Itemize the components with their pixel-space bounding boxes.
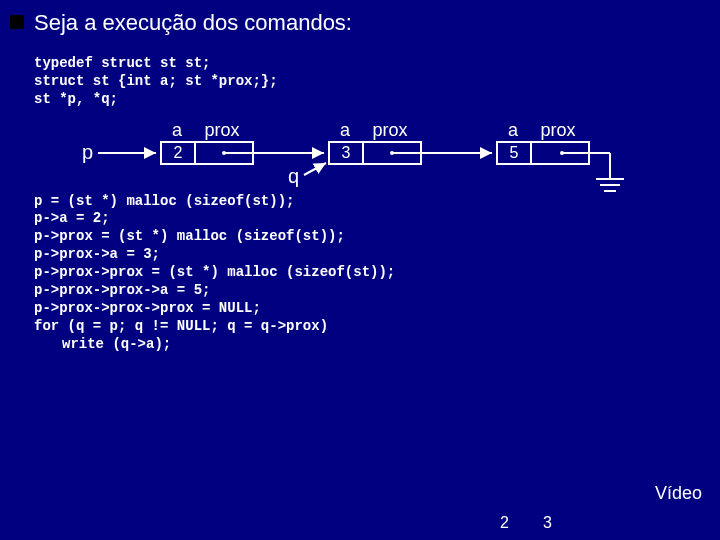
node-3: a prox 5 <box>496 120 590 165</box>
code-line: p = (st *) malloc (sizeof(st)); <box>34 193 720 211</box>
title-row: Seja a execução dos comandos: <box>0 0 720 36</box>
code-line: st *p, *q; <box>34 90 720 108</box>
node-1-prox <box>196 143 252 163</box>
code-line: p->a = 2; <box>34 210 720 228</box>
code-line: p->prox->prox->prox = NULL; <box>34 300 720 318</box>
code-line: p->prox->a = 3; <box>34 246 720 264</box>
pointer-p-label: p <box>82 141 93 164</box>
code-block-exec: p = (st *) malloc (sizeof(st)); p->a = 2… <box>0 193 720 354</box>
pointer-q-label: q <box>288 165 299 188</box>
col-a-label: a <box>160 120 194 141</box>
node-1-value: 2 <box>162 143 196 163</box>
output-values: 2 3 <box>500 514 552 532</box>
col-prox-label: prox <box>530 120 586 141</box>
node-1: a prox 2 <box>160 120 254 165</box>
col-prox-label: prox <box>362 120 418 141</box>
code-line: p->prox->prox = (st *) malloc (sizeof(st… <box>34 264 720 282</box>
output-1: 2 <box>500 514 509 532</box>
node-2-value: 3 <box>330 143 364 163</box>
linked-list-diagram: p q a prox 2 a prox 3 a prox 5 <box>0 115 720 195</box>
code-line: write (q->a); <box>34 336 720 354</box>
bullet-icon <box>10 15 24 29</box>
node-3-prox <box>532 143 588 163</box>
code-line: for (q = p; q != NULL; q = q->prox) <box>34 318 720 336</box>
col-a-label: a <box>496 120 530 141</box>
output-2: 3 <box>543 514 552 532</box>
code-line: p->prox = (st *) malloc (sizeof(st)); <box>34 228 720 246</box>
svg-line-11 <box>304 163 326 175</box>
code-line: typedef struct st st; <box>34 54 720 72</box>
node-2-prox <box>364 143 420 163</box>
code-line: struct st {int a; st *prox;}; <box>34 72 720 90</box>
code-line: p->prox->prox->a = 5; <box>34 282 720 300</box>
col-a-label: a <box>328 120 362 141</box>
slide-title: Seja a execução dos comandos: <box>34 10 352 36</box>
code-block-typedef: typedef struct st st; struct st {int a; … <box>0 36 720 109</box>
video-label: Vídeo <box>655 483 702 504</box>
col-prox-label: prox <box>194 120 250 141</box>
node-2: a prox 3 <box>328 120 422 165</box>
node-3-value: 5 <box>498 143 532 163</box>
